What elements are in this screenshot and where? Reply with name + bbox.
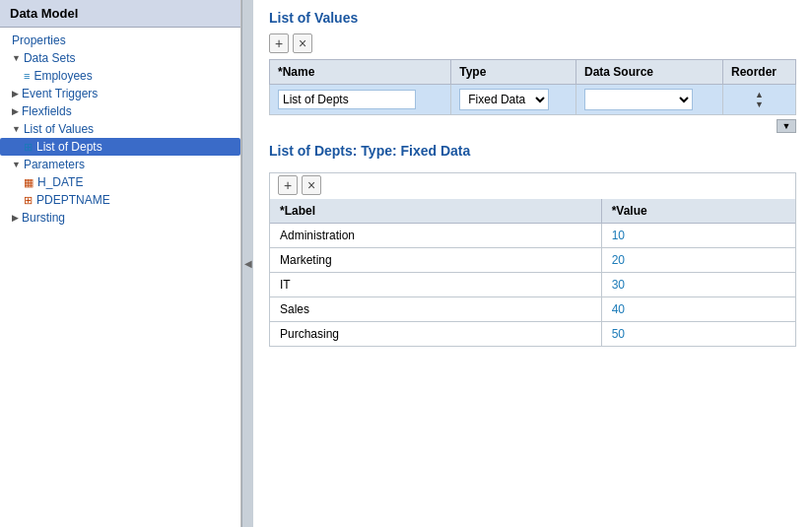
- main-content: List of Values + × *Name Type Data Sourc…: [253, 0, 812, 527]
- properties-label: Properties: [12, 33, 66, 47]
- fd-table-row: IT 30: [270, 273, 795, 297]
- lov-delete-button[interactable]: ×: [293, 33, 312, 53]
- fd-label-cell: Sales: [270, 297, 601, 322]
- lov-type-cell: Fixed Data SQL Query LDAP: [451, 85, 576, 115]
- list-of-depts-label: List of Depts: [36, 140, 102, 154]
- lov-datasource-cell: [575, 85, 722, 115]
- sidebar-item-flexfields[interactable]: ▶ Flexfields: [0, 102, 240, 120]
- fd-label-cell: IT: [270, 273, 601, 297]
- lov-table: *Name Type Data Source Reorder Fixed Dat…: [269, 59, 796, 115]
- lov-reorder-cell: ▲ ▼: [723, 85, 796, 115]
- fd-table-row: Purchasing 50: [270, 322, 795, 347]
- fd-label-cell: Administration: [270, 224, 601, 248]
- sidebar-item-properties[interactable]: Properties: [0, 32, 240, 49]
- lov-col-name: *Name: [270, 60, 451, 85]
- lov-table-row: Fixed Data SQL Query LDAP ▲ ▼: [270, 85, 796, 115]
- type-select-wrap: Fixed Data SQL Query LDAP: [459, 89, 568, 110]
- lov-section-header: List of Values: [253, 0, 812, 32]
- reorder-buttons: ▲ ▼: [731, 91, 787, 109]
- expand-triangle: ▶: [12, 89, 19, 99]
- collapse-handle[interactable]: ◀: [241, 0, 253, 527]
- lov-col-datasource: Data Source: [575, 60, 722, 85]
- reorder-up-button[interactable]: ▲: [731, 91, 787, 99]
- sidebar-item-pdeptname[interactable]: ⊞ PDEPTNAME: [0, 191, 240, 209]
- sidebar-item-employees[interactable]: ≡ Employees: [0, 67, 240, 85]
- flexfields-label: Flexfields: [22, 104, 72, 118]
- list-icon: ⊞: [24, 141, 33, 154]
- employees-label: Employees: [34, 69, 92, 83]
- fd-col-value: *Value: [601, 199, 795, 224]
- fd-col-label: *Label: [270, 199, 601, 224]
- dataset-icon: ≡: [24, 70, 30, 82]
- sidebar-item-list-of-depts[interactable]: ⊞ List of Depts: [0, 138, 240, 156]
- param-grid-icon: ⊞: [24, 194, 33, 207]
- fd-table-row: Sales 40: [270, 297, 795, 322]
- bursting-label: Bursting: [22, 211, 65, 225]
- lov-name-input[interactable]: [278, 90, 416, 109]
- fd-add-button[interactable]: +: [278, 175, 298, 195]
- lov-col-type: Type: [451, 60, 576, 85]
- fd-label-cell: Marketing: [270, 248, 601, 273]
- expand-triangle: ▶: [12, 213, 19, 223]
- sidebar-item-bursting[interactable]: ▶ Bursting: [0, 209, 240, 227]
- pdeptname-label: PDEPTNAME: [36, 193, 110, 207]
- lov-add-button[interactable]: +: [269, 33, 289, 53]
- event-triggers-label: Event Triggers: [22, 87, 98, 100]
- list-of-values-label: List of Values: [24, 122, 94, 136]
- reorder-down-button[interactable]: ▼: [731, 100, 787, 109]
- lov-col-reorder: Reorder: [723, 60, 796, 85]
- scroll-indicator: ▼: [253, 117, 812, 135]
- sidebar-item-parameters[interactable]: ▼ Parameters: [0, 156, 240, 173]
- data-sets-label: Data Sets: [24, 51, 76, 65]
- param-icon: ▦: [24, 176, 34, 189]
- sidebar-section: Properties ▼ Data Sets ≡ Employees ▶ Eve…: [0, 28, 240, 231]
- fd-toolbar: + ×: [270, 173, 795, 199]
- fd-label-cell: Purchasing: [270, 322, 601, 347]
- sidebar-item-data-sets[interactable]: ▼ Data Sets: [0, 49, 240, 67]
- sidebar-title: Data Model: [0, 0, 240, 28]
- lov-toolbar: + ×: [253, 32, 812, 59]
- fd-delete-button[interactable]: ×: [302, 175, 321, 195]
- sidebar: Data Model Properties ▼ Data Sets ≡ Empl…: [0, 0, 241, 527]
- sidebar-item-list-of-values[interactable]: ▼ List of Values: [0, 120, 240, 138]
- h-date-label: H_DATE: [37, 175, 83, 189]
- expand-triangle: ▼: [12, 160, 21, 169]
- parameters-label: Parameters: [24, 158, 85, 171]
- lov-datasource-select[interactable]: [584, 89, 693, 110]
- fd-value-cell: 40: [601, 297, 795, 322]
- expand-triangle: ▼: [12, 124, 21, 134]
- sidebar-item-event-triggers[interactable]: ▶ Event Triggers: [0, 85, 240, 102]
- fd-value-cell: 50: [601, 322, 795, 347]
- fd-value-cell: 10: [601, 224, 795, 248]
- fd-table-row: Marketing 20: [270, 248, 795, 273]
- expand-triangle: ▼: [12, 53, 21, 63]
- fixed-data-title: List of Depts: Type: Fixed Data: [253, 135, 812, 163]
- sidebar-item-h-date[interactable]: ▦ H_DATE: [0, 173, 240, 191]
- fd-value-cell: 30: [601, 273, 795, 297]
- fd-table-row: Administration 10: [270, 224, 795, 248]
- lov-type-select[interactable]: Fixed Data SQL Query LDAP: [459, 89, 549, 110]
- scroll-down-button[interactable]: ▼: [777, 119, 796, 133]
- fixed-data-table: *Label *Value Administration 10 Marketin…: [270, 199, 795, 346]
- fd-value-cell: 20: [601, 248, 795, 273]
- fixed-data-section: + × *Label *Value Administration 10 Mark…: [269, 172, 796, 347]
- lov-name-cell: [270, 85, 451, 115]
- expand-triangle: ▶: [12, 106, 19, 116]
